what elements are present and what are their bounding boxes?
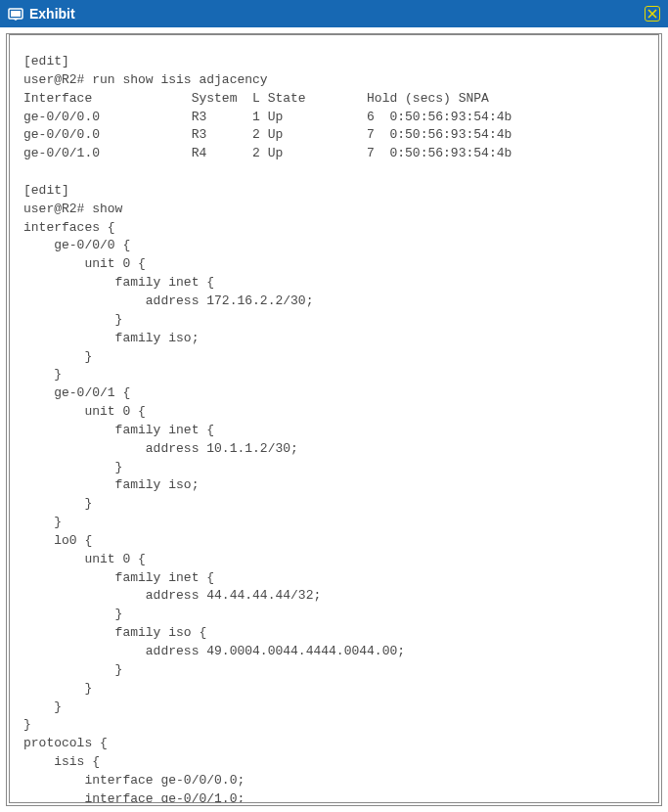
config-line: address 10.1.1.2/30;: [23, 441, 298, 456]
config-line: address 44.44.44.44/32;: [23, 588, 321, 603]
config-line: isis {: [23, 754, 100, 769]
config-line: family inet {: [23, 423, 214, 437]
config-line: lo0 {: [23, 533, 92, 548]
command-line: user@R2# show: [23, 202, 122, 216]
svg-rect-1: [11, 11, 21, 17]
config-line: }: [23, 717, 31, 732]
config-line: }: [23, 349, 92, 364]
command-line: user@R2# run show isis adjacency: [23, 72, 268, 87]
table-header: Interface System L State Hold (secs) SNP…: [23, 91, 489, 106]
config-line: unit 0 {: [23, 552, 146, 566]
content-area: [edit] user@R2# run show isis adjacency …: [6, 33, 662, 806]
config-line: address 49.0004.0044.4444.0044.00;: [23, 644, 405, 658]
config-line: }: [23, 312, 122, 327]
config-line: }: [23, 367, 62, 382]
config-line: family iso {: [23, 625, 206, 640]
table-row: ge-0/0/0.0 R3 1 Up 6 0:50:56:93:54:4b: [23, 110, 512, 124]
config-line: unit 0 {: [23, 256, 146, 271]
edit-marker: [edit]: [23, 54, 69, 68]
exhibit-icon: [8, 6, 23, 22]
config-line: family inet {: [23, 570, 214, 585]
config-line: family inet {: [23, 275, 214, 290]
config-line: }: [23, 662, 122, 677]
config-line: }: [23, 607, 122, 621]
exhibit-window: Exhibit [edit] user@R2# run show isis ad…: [0, 0, 668, 812]
table-row: ge-0/0/1.0 R4 2 Up 7 0:50:56:93:54:4b: [23, 146, 512, 160]
config-line: }: [23, 699, 62, 714]
config-line: interfaces {: [23, 220, 115, 235]
config-line: }: [23, 460, 122, 474]
config-line: address 172.16.2.2/30;: [23, 293, 313, 308]
config-line: interface ge-0/0/0.0;: [23, 773, 245, 788]
config-line: }: [23, 496, 92, 511]
config-line: family iso;: [23, 331, 199, 345]
config-line: unit 0 {: [23, 404, 146, 419]
config-line: ge-0/0/0 {: [23, 238, 130, 252]
config-line: ge-0/0/1 {: [23, 385, 130, 400]
terminal-output: [edit] user@R2# run show isis adjacency …: [23, 53, 645, 806]
titlebar: Exhibit: [0, 0, 668, 27]
close-icon[interactable]: [645, 6, 660, 22]
window-title: Exhibit: [29, 6, 645, 22]
config-line: interface ge-0/0/1.0;: [23, 791, 245, 806]
edit-marker: [edit]: [23, 183, 69, 198]
table-row: ge-0/0/0.0 R3 2 Up 7 0:50:56:93:54:4b: [23, 127, 512, 142]
config-line: family iso;: [23, 477, 199, 492]
config-line: }: [23, 681, 92, 696]
config-line: }: [23, 515, 62, 529]
config-line: protocols {: [23, 736, 108, 750]
